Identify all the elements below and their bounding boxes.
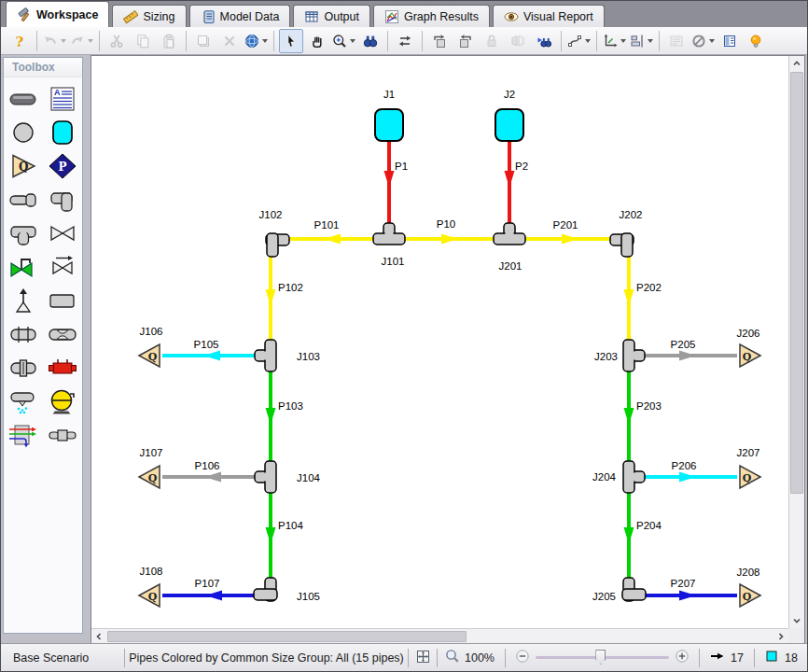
show-none-button[interactable] (690, 29, 716, 53)
undo-button[interactable] (42, 29, 67, 53)
dropdown-caret-icon[interactable] (648, 39, 653, 43)
branch-tool[interactable] (4, 117, 43, 147)
tab-visual-report[interactable]: Visual Report (493, 5, 605, 27)
delete-button[interactable] (217, 29, 242, 53)
zoom-out-button[interactable] (515, 649, 530, 666)
tank-tool[interactable] (43, 285, 82, 315)
valve-tool[interactable] (43, 217, 82, 248)
scroll-down-button[interactable] (789, 613, 804, 628)
heat-exchanger-tool[interactable] (43, 352, 82, 383)
toolbox-grid: AQP (4, 77, 82, 450)
network-diagram[interactable]: QQQQQQJ1J2J101J201J102J202J103J104J105J2… (91, 56, 788, 628)
scroll-left-button[interactable] (91, 629, 106, 643)
junction-label-J107: J107 (140, 447, 163, 458)
horizontal-scroll-thumb[interactable] (107, 631, 467, 642)
junction-J1[interactable] (375, 109, 403, 141)
assigned-flow-tool[interactable]: Q (4, 150, 43, 181)
reservoir-tool[interactable] (43, 117, 82, 147)
tab-label: Workspace (36, 8, 98, 21)
tab-graph-results[interactable]: Graph Results (373, 5, 490, 27)
dropdown-caret-icon[interactable] (620, 39, 626, 43)
globe-icon (244, 34, 259, 49)
junction-q-letter-J106: Q (148, 351, 158, 363)
vertical-scroll-thumb[interactable] (790, 72, 803, 494)
flow-arrow-P205 (679, 351, 696, 361)
cut-button[interactable] (104, 29, 129, 53)
junction-J2[interactable] (495, 109, 523, 141)
toolbar-separator (273, 31, 274, 51)
flip-button[interactable] (506, 29, 530, 53)
goto-find-button[interactable] (532, 29, 556, 53)
flow-arrow-P203 (624, 408, 634, 425)
report-panel-button[interactable] (717, 29, 742, 53)
control-valve-tool[interactable] (4, 251, 43, 282)
annotation-tool[interactable]: A (43, 83, 82, 114)
paste-icon (161, 34, 176, 49)
dropdown-caret-icon[interactable] (88, 39, 93, 43)
venturi-icon (47, 321, 78, 347)
help-button[interactable]: ? (7, 29, 32, 53)
assigned-pressure-tool[interactable]: P (43, 150, 82, 181)
copy-button[interactable] (131, 29, 155, 53)
workspace-canvas[interactable]: QQQQQQJ1J2J101J201J102J202J103J104J105J2… (91, 55, 805, 644)
pipe-label-P2: P2 (515, 161, 528, 172)
dropdown-caret-icon[interactable] (585, 39, 591, 43)
rotate-right-button[interactable] (453, 29, 478, 53)
properties-button[interactable] (664, 29, 689, 53)
redo-button[interactable] (69, 29, 94, 53)
dropdown-caret-icon[interactable] (350, 39, 355, 43)
dropdown-caret-icon[interactable] (61, 39, 66, 43)
spray-discharge-tool[interactable] (4, 385, 43, 416)
junction-label-J105: J105 (297, 591, 320, 602)
scroll-right-button[interactable] (773, 629, 788, 643)
vertical-scrollbar[interactable] (788, 56, 804, 628)
check-valve-tool[interactable] (43, 251, 82, 282)
dropdown-caret-icon[interactable] (709, 39, 715, 43)
pan-button[interactable] (305, 29, 329, 53)
bulb-button[interactable] (744, 29, 768, 53)
app-window: WorkspaceSizingModel DataOutputGraph Res… (0, 0, 808, 672)
dropdown-caret-icon[interactable] (262, 39, 268, 43)
scale-position-icon (603, 34, 618, 49)
duplicate-button[interactable] (191, 29, 216, 53)
dead-end-tool[interactable] (4, 184, 43, 215)
rotate-left-button[interactable] (427, 29, 452, 53)
bend-tool[interactable] (43, 184, 82, 215)
delete-icon (222, 34, 237, 49)
curve-tool-button[interactable] (566, 29, 592, 53)
scroll-up-button[interactable] (789, 56, 804, 71)
main-toolbar: ? (1, 27, 807, 55)
orifice-tool[interactable] (4, 352, 43, 383)
tab-model-data[interactable]: Model Data (189, 5, 291, 27)
paste-button[interactable] (157, 29, 181, 53)
fitting-tool[interactable] (43, 419, 82, 450)
pipe-tool[interactable] (4, 83, 43, 114)
pipe-label-P207: P207 (671, 578, 696, 589)
zoom-in-button[interactable] (675, 649, 690, 666)
lock-button[interactable] (480, 29, 504, 53)
tab-workspace[interactable]: Workspace (6, 1, 109, 27)
tab-sizing[interactable]: Sizing (112, 5, 186, 27)
find-button[interactable] (358, 29, 383, 53)
fit-view-button[interactable] (409, 644, 437, 671)
zoom-slider-handle[interactable] (595, 650, 606, 665)
horizontal-scrollbar[interactable] (91, 628, 788, 643)
globe-button[interactable] (244, 29, 269, 53)
zoom-slider-track[interactable] (536, 656, 669, 659)
venturi-tool[interactable] (43, 318, 82, 349)
relief-valve-tool[interactable] (4, 285, 43, 315)
align-button[interactable] (629, 29, 654, 53)
tab-output[interactable]: Output (293, 5, 370, 27)
pipe-label-P1: P1 (395, 161, 408, 172)
pipe-label-P107: P107 (195, 578, 220, 589)
tee-tool[interactable] (4, 217, 43, 248)
zoom-button[interactable] (331, 29, 356, 53)
general-component-tool[interactable] (4, 318, 43, 349)
heat-transfer-tool[interactable] (4, 419, 43, 450)
select-button[interactable] (279, 29, 303, 53)
pump-tool[interactable] (43, 385, 82, 416)
flow-arrow-P106 (204, 472, 221, 483)
workspace-hammer-icon (17, 7, 32, 22)
swap-direction-button[interactable] (393, 29, 417, 53)
scale-position-button[interactable] (602, 29, 627, 53)
